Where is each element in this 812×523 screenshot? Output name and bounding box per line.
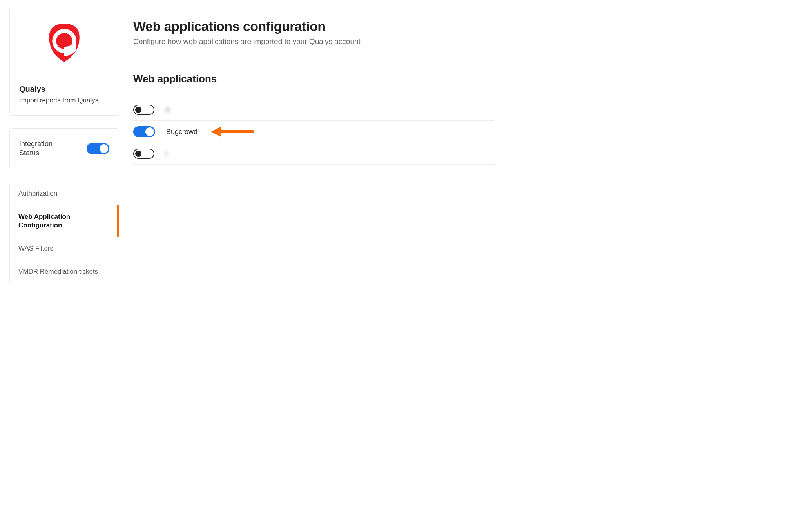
product-text: Qualys Import reports from Qualys. <box>10 76 119 115</box>
app-row: t <box>133 143 494 165</box>
integration-status-toggle[interactable] <box>87 143 109 154</box>
app-label-1: Bugcrowd <box>166 128 198 136</box>
sidebar: Qualys Import reports from Qualys. Integ… <box>9 8 119 296</box>
nav-item-authorization[interactable]: Authorization <box>10 182 119 205</box>
section-title: Web applications <box>133 73 494 85</box>
integration-status-card: Integration Status <box>9 128 119 169</box>
integration-status-label: Integration Status <box>19 140 74 158</box>
nav-item-vmdr-remediation[interactable]: VMDR Remediation tickets <box>10 260 119 283</box>
sidebar-nav: Authorization Web Application Configurat… <box>9 182 119 283</box>
nav-item-was-filters[interactable]: WAS Filters <box>10 237 119 260</box>
product-description: Import reports from Qualys. <box>19 96 109 105</box>
app-label-2: t <box>165 150 167 158</box>
nav-item-web-app-config[interactable]: Web Application Configuration <box>10 205 119 237</box>
product-name: Qualys <box>19 85 109 94</box>
app-row: A <box>133 99 494 121</box>
page-title: Web applications configuration <box>133 19 494 34</box>
main-content: Web applications configuration Configure… <box>133 8 494 165</box>
app-toggle-2[interactable] <box>133 149 154 159</box>
app-row: Bugcrowd <box>133 121 494 143</box>
logo-box <box>10 8 119 76</box>
app-toggle-0[interactable] <box>133 105 154 115</box>
product-card: Qualys Import reports from Qualys. <box>9 8 119 116</box>
app-label-0: A <box>165 106 170 114</box>
divider <box>133 53 494 53</box>
app-toggle-1[interactable] <box>133 126 155 137</box>
qualys-logo-icon <box>43 22 86 65</box>
annotation-arrow-icon <box>211 127 258 136</box>
page-subtitle: Configure how web applications are impor… <box>133 37 494 46</box>
